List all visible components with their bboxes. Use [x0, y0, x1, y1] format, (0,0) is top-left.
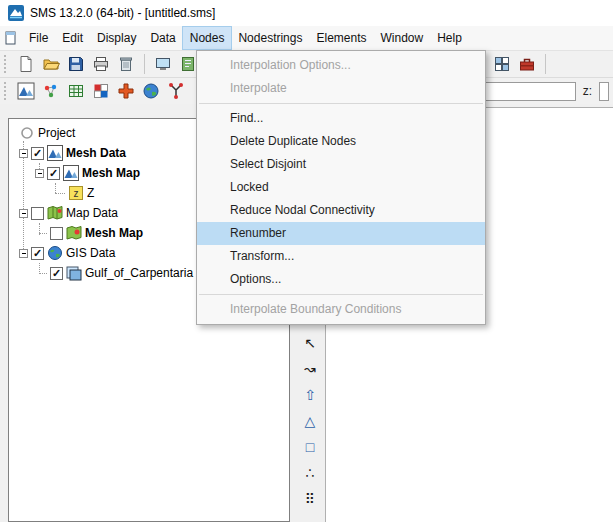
vertex-points-tool[interactable]: ∴ — [299, 462, 321, 484]
mesh-module-button[interactable] — [15, 80, 37, 102]
tree-line — [39, 233, 47, 234]
z-label: z: — [583, 84, 592, 98]
create-node-tool[interactable]: ⇧ — [299, 384, 321, 406]
checkbox-map-data[interactable] — [31, 207, 44, 220]
mesh-icon — [47, 145, 63, 161]
menu-item-transform[interactable]: Transform... — [197, 245, 485, 268]
toolbox-button[interactable] — [516, 53, 538, 75]
app-window: SMS 13.2.0 (64-bit) - [untitled.sms] Fil… — [0, 0, 613, 522]
tree-line — [55, 193, 65, 194]
collapse-icon[interactable] — [19, 249, 28, 258]
app-icon — [8, 5, 24, 21]
menu-item-delete-duplicate-nodes[interactable]: Delete Duplicate Nodes — [197, 130, 485, 153]
project-icon — [19, 125, 35, 141]
z-dataset-icon: z — [68, 185, 84, 201]
collapse-icon[interactable] — [35, 169, 44, 178]
menu-item-interpolation-options: Interpolation Options... — [197, 54, 485, 77]
menu-item-find[interactable]: Find... — [197, 107, 485, 130]
z-field[interactable] — [599, 82, 609, 101]
menu-item-renumber[interactable]: Renumber — [197, 222, 485, 245]
nodes-menu-dropdown: Interpolation Options... Interpolate Fin… — [196, 50, 486, 325]
open-file-button[interactable] — [40, 53, 62, 75]
menu-separator — [199, 103, 483, 104]
svg-text:z: z — [74, 188, 79, 199]
tree-line — [23, 141, 24, 253]
toolbar-separator — [545, 54, 546, 74]
scatter-module-button[interactable] — [40, 80, 62, 102]
mesh-map-icon — [63, 165, 79, 181]
menu-item-select-disjoint[interactable]: Select Disjoint — [197, 153, 485, 176]
tree-item-label: Mesh Map — [85, 226, 143, 240]
tree-item-label: Project — [38, 126, 75, 140]
gis-module-button[interactable] — [140, 80, 162, 102]
checkbox-gulf[interactable]: ✓ — [50, 267, 63, 280]
menu-nodes[interactable]: Nodes — [183, 27, 232, 49]
print-button[interactable] — [90, 53, 112, 75]
coordinate-field[interactable] — [472, 82, 576, 101]
tree-item-label: Z — [87, 186, 94, 200]
create-quad-tool[interactable]: □ — [299, 436, 321, 458]
select-arrow-tool[interactable]: ↖ — [299, 332, 321, 354]
grid-module-button[interactable] — [65, 80, 87, 102]
menu-data[interactable]: Data — [143, 27, 182, 49]
menu-display[interactable]: Display — [90, 27, 143, 49]
tree-line — [39, 273, 47, 274]
menu-item-locked[interactable]: Locked — [197, 176, 485, 199]
raster-module-button[interactable] — [90, 80, 112, 102]
globe-icon — [47, 245, 63, 261]
grid-points-tool[interactable]: ⠿ — [299, 488, 321, 510]
checkbox-gis-data[interactable]: ✓ — [31, 247, 44, 260]
menubar: File Edit Display Data Nodes Nodestrings… — [0, 26, 613, 50]
tree-item-label: Mesh Map — [82, 166, 140, 180]
toolbar-grip — [4, 82, 9, 100]
save-button[interactable] — [65, 53, 87, 75]
menu-item-reduce-nodal-connectivity[interactable]: Reduce Nodal Connectivity — [197, 199, 485, 222]
collapse-icon[interactable] — [19, 209, 28, 218]
menu-nodestrings[interactable]: Nodestrings — [231, 27, 309, 49]
gis-layer-icon — [66, 265, 82, 281]
tree-line — [55, 183, 56, 193]
menu-edit[interactable]: Edit — [55, 27, 90, 49]
checkbox-mesh-map-coverage[interactable] — [50, 227, 63, 240]
coverage-icon — [66, 225, 82, 241]
select-nodestring-tool[interactable]: ↝ — [299, 358, 321, 380]
document-icon — [4, 30, 20, 46]
menu-item-options[interactable]: Options... — [197, 268, 485, 291]
curvilinear-module-button[interactable] — [115, 80, 137, 102]
menu-help[interactable]: Help — [430, 27, 469, 49]
tree-item-label: GIS Data — [66, 246, 115, 260]
tree-item-label: Gulf_of_Carpentaria — [85, 266, 193, 280]
checkbox-mesh-data[interactable]: ✓ — [31, 147, 44, 160]
toolbar-grip — [4, 55, 9, 73]
delete-button[interactable] — [115, 53, 137, 75]
create-triangle-tool[interactable]: △ — [299, 410, 321, 432]
map-icon — [47, 205, 63, 221]
menu-file[interactable]: File — [22, 27, 55, 49]
collapse-icon[interactable] — [19, 149, 28, 158]
menu-elements[interactable]: Elements — [309, 27, 373, 49]
tree-item-label: Map Data — [66, 206, 118, 220]
menu-item-interpolate: Interpolate — [197, 77, 485, 100]
window-title: SMS 13.2.0 (64-bit) - [untitled.sms] — [30, 6, 215, 20]
new-file-button[interactable] — [15, 53, 37, 75]
toolbar-separator — [144, 54, 145, 74]
checkbox-mesh-map[interactable]: ✓ — [47, 167, 60, 180]
nodestring-module-button[interactable] — [165, 80, 187, 102]
display-options-button[interactable] — [152, 53, 174, 75]
titlebar: SMS 13.2.0 (64-bit) - [untitled.sms] — [0, 0, 613, 26]
tree-item-label: Mesh Data — [66, 146, 126, 160]
window-layout-button[interactable] — [491, 53, 513, 75]
menu-separator — [199, 294, 483, 295]
menu-window[interactable]: Window — [374, 27, 431, 49]
menu-item-interpolate-boundary-conditions: Interpolate Boundary Conditions — [197, 298, 485, 321]
